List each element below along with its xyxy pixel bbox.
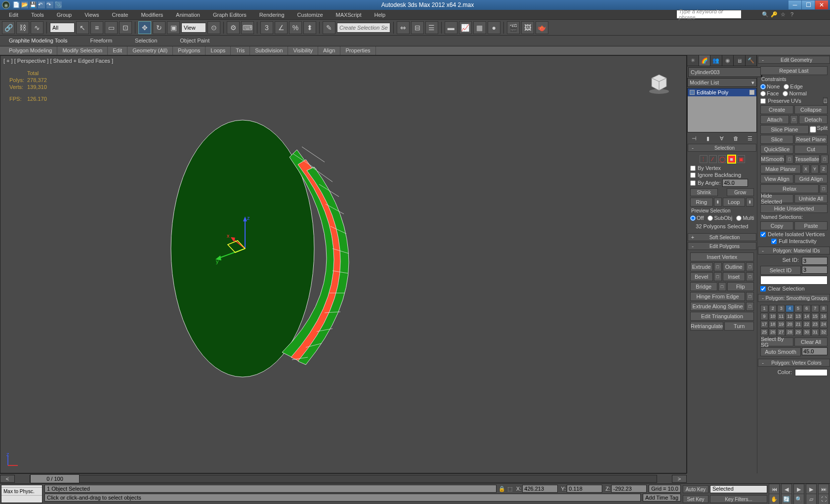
qat-open-icon[interactable]: 📂 [21,1,28,8]
smoothing-group-3[interactable]: 3 [777,305,785,312]
ribbon-sub-modify-sel[interactable]: Modify Selection [57,46,108,55]
maxscript-listener[interactable]: Max to Physc. [1,485,42,503]
smoothing-group-7[interactable]: 7 [811,305,819,312]
listener-line2[interactable]: Max to Physc. [1,488,42,496]
msmooth-button[interactable]: MSmooth [760,155,785,164]
x-coord-input[interactable]: 426.213 [522,485,558,493]
relax-button[interactable]: Relax [760,184,819,193]
constraint-edge-radio[interactable] [784,84,789,89]
goto-start-icon[interactable]: ⏮ [769,484,780,495]
scale-icon[interactable]: ▣ [167,21,180,34]
configure-icon[interactable]: ☰ [746,134,754,142]
tab-motion-icon[interactable]: ◉ [722,55,734,66]
qat-new-icon[interactable]: 📄 [13,1,20,8]
smoothing-group-5[interactable]: 5 [794,305,802,312]
smoothing-group-15[interactable]: 15 [811,313,819,320]
ref-coord-dropdown[interactable]: View [181,23,206,33]
msmooth-settings[interactable]: □ [786,155,793,164]
modifier-list-dropdown[interactable]: Modifier List▾ [687,78,757,87]
ribbon-sub-tris[interactable]: Tris [231,46,250,55]
smoothing-group-25[interactable]: 25 [760,329,768,336]
constraint-normal-radio[interactable] [783,91,788,96]
qat-redo-icon[interactable]: ↷ [46,1,53,8]
make-planar-button[interactable]: Make Planar [760,165,801,173]
show-result-icon[interactable]: ▮ [704,134,712,142]
next-frame-icon[interactable]: ▶ [806,484,817,495]
z-coord-input[interactable]: -292.23 [611,485,647,493]
constraint-face-radio[interactable] [760,91,766,96]
hinge-settings-button[interactable]: □ [746,292,754,301]
ribbon-sub-align[interactable]: Align [318,46,340,55]
by-angle-input[interactable]: 45.0 [722,179,748,187]
pivot-icon[interactable]: ⊙ [208,21,220,34]
smoothing-group-21[interactable]: 21 [794,321,802,328]
ribbon-sub-visibility[interactable]: Visibility [288,46,318,55]
pin-stack-icon[interactable]: ⊣ [690,134,698,142]
ribbon-tab-selection[interactable]: Selection [131,36,161,46]
smoothing-group-31[interactable]: 31 [811,329,819,336]
tab-display-icon[interactable]: 🖥 [734,55,746,66]
auto-smooth-button[interactable]: Auto Smooth [760,347,801,356]
modifier-stack-item[interactable]: Editable Poly [688,88,756,96]
extrude-settings-button[interactable]: □ [714,262,722,271]
insert-vertex-button[interactable]: Insert Vertex [690,252,754,261]
nav-arc-icon[interactable]: 🔄 [781,494,792,504]
smoothing-group-32[interactable]: 32 [820,329,828,336]
ribbon-icon[interactable]: ▬ [445,21,457,34]
by-vertex-checkbox[interactable] [690,166,696,171]
tab-utilities-icon[interactable]: 🔨 [746,55,757,66]
material-editor-icon[interactable]: ● [488,21,500,34]
rollout-vertex-colors[interactable]: -Polygon: Vertex Colors [758,359,830,367]
vertex-mode-icon[interactable]: ⋮ [700,155,707,163]
outline-settings-button[interactable]: □ [746,262,754,271]
menu-animation[interactable]: Animation [170,11,206,19]
qat-save-icon[interactable]: 💾 [30,1,37,8]
ring-button[interactable]: Ring [690,198,713,207]
rollout-smoothing-groups[interactable]: -Polygon: Smoothing Groups [758,294,830,302]
relax-settings[interactable]: □ [820,184,828,193]
key-filter-dropdown[interactable]: Selected [710,485,767,493]
border-mode-icon[interactable]: ◯ [718,155,726,163]
select-id-input[interactable]: 3 [802,266,828,274]
menu-customize[interactable]: Customize [291,11,329,19]
render-setup-icon[interactable]: 🎬 [507,21,520,34]
ring-spinner[interactable]: ⬍ [714,198,722,207]
schematic-icon[interactable]: ▦ [473,21,486,34]
create-button[interactable]: Create [760,105,793,114]
ribbon-tab-freeform[interactable]: Freeform [86,36,116,46]
time-slider-track[interactable]: 0 / 100 [30,475,657,483]
add-time-tag-button[interactable]: Add Time Tag [643,494,681,502]
flip-button[interactable]: Flip [727,282,754,291]
smoothing-group-11[interactable]: 11 [777,313,785,320]
keyboard-icon[interactable]: ⌨ [241,21,254,34]
lock-icon[interactable]: 🔒 [498,486,505,492]
key-icon[interactable]: 🔑 [771,11,778,18]
rollout-soft-selection[interactable]: +Soft Selection [688,233,756,241]
cut-button[interactable]: Cut [794,145,828,154]
inset-settings-button[interactable]: □ [746,272,754,281]
menu-views[interactable]: Views [79,11,105,19]
outline-button[interactable]: Outline [723,262,746,271]
mirror-icon[interactable]: ⇔ [397,21,410,34]
render-frame-icon[interactable]: 🖼 [521,21,534,34]
remove-mod-icon[interactable]: 🗑 [732,134,740,142]
smoothing-group-19[interactable]: 19 [777,321,785,328]
time-slider-thumb[interactable]: 0 / 100 [30,474,80,483]
smoothing-group-29[interactable]: 29 [794,329,802,336]
smoothing-group-20[interactable]: 20 [786,321,793,328]
manipulate-icon[interactable]: ⚙ [227,21,240,34]
tab-modify-icon[interactable]: 🌈 [699,55,711,66]
menu-edit[interactable]: Edit [3,11,24,19]
smoothing-group-12[interactable]: 12 [786,313,793,320]
percent-snap-icon[interactable]: % [289,21,302,34]
smoothing-group-23[interactable]: 23 [811,321,819,328]
render-icon[interactable]: 🫖 [536,21,548,34]
prev-key-button[interactable]: < [0,475,15,483]
link-icon[interactable]: 🔗 [2,21,15,34]
set-id-input[interactable]: 3 [802,257,828,265]
smoothing-group-30[interactable]: 30 [803,329,811,336]
align-icon[interactable]: ⊟ [411,21,424,34]
menu-help[interactable]: Help [369,11,392,19]
layers-icon[interactable]: ☰ [425,21,438,34]
bind-icon[interactable]: ∿ [31,21,43,34]
